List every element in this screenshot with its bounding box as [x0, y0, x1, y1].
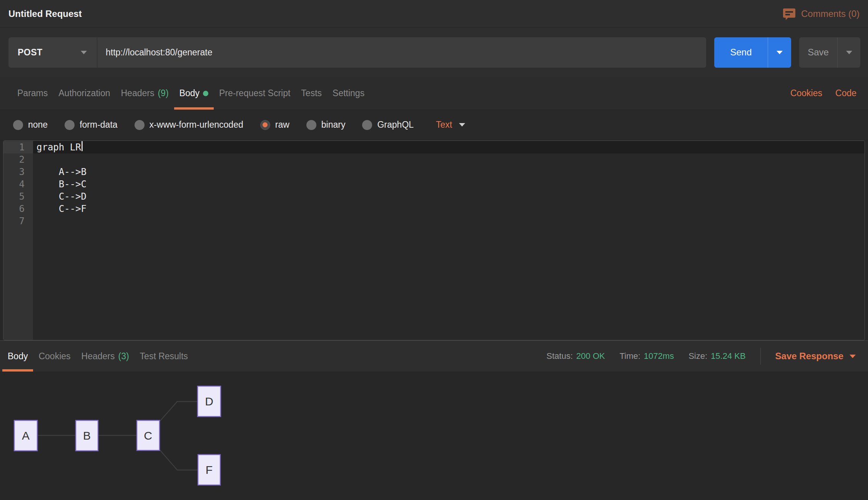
line-number: 7: [3, 215, 33, 227]
tab-authorization[interactable]: Authorization: [53, 77, 115, 110]
radio-label: x-www-form-urlencoded: [150, 120, 243, 130]
comments-label: Comments (0): [801, 8, 860, 19]
format-label: Text: [436, 120, 452, 130]
chevron-down-icon: [459, 123, 465, 127]
line-text: [33, 215, 37, 227]
time-value: 1072ms: [644, 351, 674, 361]
send-options-button[interactable]: [768, 37, 791, 68]
code-line[interactable]: 4 B-->C: [3, 178, 865, 190]
tab-label: Pre-request Script: [219, 88, 290, 98]
line-text: A-->B: [33, 166, 86, 178]
tab-label: Authorization: [58, 88, 110, 98]
radio-icon: [362, 120, 372, 130]
line-text: graph LR: [33, 141, 81, 153]
node-d-label: D: [205, 395, 213, 408]
radio-selected-icon: [260, 120, 270, 130]
response-meta: Status: 200 OK Time: 1072ms Size: 15.24 …: [547, 341, 856, 372]
chevron-down-icon: [846, 51, 852, 54]
tab-count: (3): [118, 351, 129, 362]
save-button-group: Save: [799, 37, 860, 68]
size-label: Size:: [688, 351, 707, 361]
format-select[interactable]: Text: [436, 120, 465, 130]
save-response-button[interactable]: Save Response: [775, 351, 856, 362]
radio-icon: [135, 120, 145, 130]
tab-headers[interactable]: Headers (9): [116, 77, 174, 110]
line-number: 4: [3, 178, 33, 190]
response-tab-test-results[interactable]: Test Results: [135, 341, 193, 372]
response-tab-headers[interactable]: Headers (3): [76, 341, 135, 372]
line-number: 1: [3, 141, 33, 153]
request-box: POST: [8, 37, 706, 68]
radio-label: GraphQL: [377, 120, 414, 130]
tab-tests[interactable]: Tests: [296, 77, 327, 110]
radio-icon: [306, 120, 316, 130]
radio-x-www-form-urlencoded[interactable]: x-www-form-urlencoded: [135, 120, 243, 130]
comments-button[interactable]: Comments (0): [783, 7, 860, 20]
comment-icon: [783, 7, 796, 20]
status-value: 200 OK: [576, 351, 605, 361]
tab-pre-request-script[interactable]: Pre-request Script: [214, 77, 296, 110]
code-line[interactable]: 7: [3, 215, 865, 227]
radio-none[interactable]: none: [13, 120, 48, 130]
method-label: POST: [18, 47, 43, 58]
line-number: 3: [3, 166, 33, 178]
line-text: C-->F: [33, 203, 86, 215]
code-line[interactable]: 1 graph LR: [3, 141, 865, 153]
body-mode-options: none form-data x-www-form-urlencoded raw…: [0, 110, 868, 140]
save-response-label: Save Response: [775, 351, 843, 362]
header-bar: Untitled Request Comments (0): [0, 0, 868, 28]
chevron-down-icon: [777, 51, 783, 54]
tab-label: Headers: [121, 88, 155, 98]
radio-raw[interactable]: raw: [260, 120, 289, 130]
raw-body-editor[interactable]: 1 graph LR 2 3 A-->B 4 B-->C 5 C-->D: [3, 140, 865, 340]
radio-label: raw: [275, 120, 289, 130]
radio-icon: [13, 120, 23, 130]
text-cursor: [81, 141, 83, 151]
tab-params[interactable]: Params: [12, 77, 53, 110]
line-number: 2: [3, 153, 33, 166]
response-body-viewer: A B C D F: [0, 372, 868, 500]
chevron-down-icon: [81, 51, 87, 54]
tab-body[interactable]: Body: [174, 77, 214, 110]
save-options-button[interactable]: [837, 37, 860, 68]
size-value: 15.24 KB: [711, 351, 746, 361]
line-text: C-->D: [33, 190, 86, 203]
radio-binary[interactable]: binary: [306, 120, 346, 130]
tab-settings[interactable]: Settings: [327, 77, 370, 110]
code-line[interactable]: 3 A-->B: [3, 166, 865, 178]
mermaid-graph: A B C D F: [0, 372, 868, 500]
tab-label: Tests: [301, 88, 322, 98]
url-input[interactable]: [97, 37, 706, 68]
tab-label: Settings: [333, 88, 364, 98]
code-line[interactable]: 6 C-->F: [3, 203, 865, 215]
tab-label: Body: [8, 351, 28, 362]
response-tab-cookies[interactable]: Cookies: [33, 341, 76, 372]
tab-label: Test Results: [140, 351, 188, 362]
radio-label: none: [28, 120, 48, 130]
method-select[interactable]: POST: [8, 37, 97, 68]
code-line[interactable]: 2: [3, 153, 865, 166]
send-button-group: Send: [714, 37, 791, 68]
line-number: 5: [3, 190, 33, 203]
chevron-down-icon: [850, 355, 856, 358]
send-button[interactable]: Send: [714, 37, 768, 68]
code-line[interactable]: 5 C-->D: [3, 190, 865, 203]
node-c-label: C: [144, 429, 152, 442]
status-label: Status:: [547, 351, 573, 361]
cookies-link[interactable]: Cookies: [790, 88, 822, 98]
edge-c-d: [160, 402, 198, 422]
node-f-label: F: [206, 463, 213, 476]
time-label: Time:: [620, 351, 640, 361]
edge-c-f: [160, 450, 198, 470]
save-button[interactable]: Save: [799, 37, 837, 68]
body-modified-dot: [203, 91, 208, 96]
tab-label: Headers: [81, 351, 115, 362]
code-link[interactable]: Code: [835, 88, 856, 98]
tab-label: Params: [17, 88, 48, 98]
response-tab-body[interactable]: Body: [2, 341, 33, 372]
radio-form-data[interactable]: form-data: [65, 120, 117, 130]
line-number: 6: [3, 203, 33, 215]
radio-graphql[interactable]: GraphQL: [362, 120, 414, 130]
code-lines: 1 graph LR 2 3 A-->B 4 B-->C 5 C-->D: [3, 141, 865, 227]
size-pair: Size: 15.24 KB: [688, 351, 745, 361]
